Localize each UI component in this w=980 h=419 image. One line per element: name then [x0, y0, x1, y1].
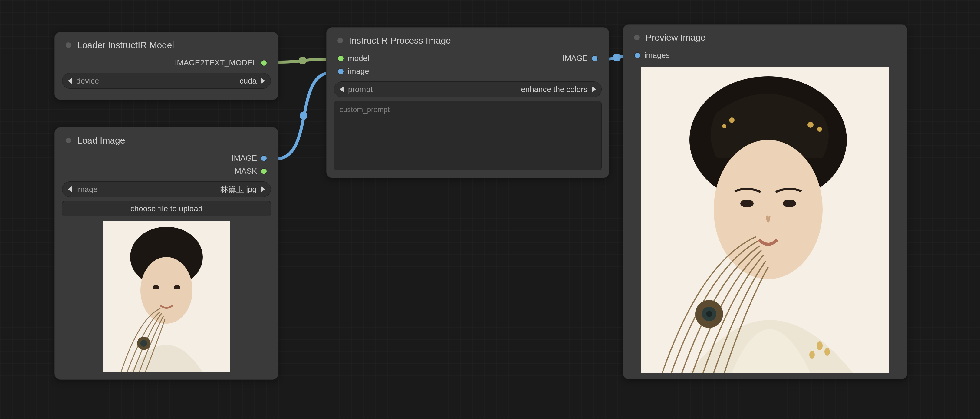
portrait-image-icon [641, 67, 889, 373]
node-title: Load Image [77, 135, 125, 146]
preview-output-image [623, 67, 907, 379]
svg-point-7 [174, 285, 180, 290]
svg-point-13 [740, 199, 754, 207]
node-instructir-process-image[interactable]: InstructIR Process Image model IMAGE ima… [326, 27, 609, 178]
node-title: Loader InstructIR Model [77, 40, 174, 50]
node-header[interactable]: Preview Image [623, 24, 907, 49]
svg-point-1 [300, 112, 307, 119]
svg-point-6 [153, 285, 159, 290]
node-load-image[interactable]: Load Image IMAGE MASK image 林黛玉.jp [54, 127, 278, 380]
collapse-toggle-icon[interactable] [634, 35, 640, 40]
upload-button[interactable]: choose file to upload [62, 201, 271, 217]
svg-point-14 [783, 199, 796, 207]
image-thumbnail [62, 221, 271, 372]
svg-point-5 [140, 257, 192, 323]
node-loader-instructir-model[interactable]: Loader InstructIR Model IMAGE2TEXT_MODEL… [54, 32, 278, 100]
svg-point-2 [613, 54, 621, 61]
custom-prompt-textarea[interactable]: custom_prompt [334, 101, 602, 170]
collapse-toggle-icon[interactable] [66, 138, 71, 143]
svg-point-20 [729, 118, 735, 123]
svg-point-23 [824, 348, 830, 356]
device-selector[interactable]: device cuda [62, 73, 271, 89]
output-slot-image[interactable]: IMAGE [562, 54, 597, 63]
output-slot-model[interactable]: IMAGE2TEXT_MODEL [175, 58, 267, 67]
port-icon[interactable] [338, 69, 344, 74]
node-graph-canvas[interactable]: Loader InstructIR Model IMAGE2TEXT_MODEL… [0, 0, 980, 419]
svg-point-21 [722, 124, 726, 128]
arrow-left-icon[interactable] [340, 86, 344, 92]
input-slot-images[interactable]: images [635, 51, 670, 60]
node-title: Preview Image [646, 32, 705, 43]
port-icon[interactable] [261, 156, 267, 161]
arrow-right-icon[interactable] [261, 78, 265, 84]
arrow-right-icon[interactable] [592, 86, 596, 92]
input-slot-image[interactable]: image [338, 67, 369, 76]
output-slot-mask[interactable]: MASK [235, 167, 267, 176]
svg-point-19 [817, 127, 822, 132]
prompt-selector[interactable]: prompt enhance the colors [334, 81, 602, 97]
svg-point-17 [706, 311, 712, 317]
arrow-right-icon[interactable] [261, 186, 265, 192]
collapse-toggle-icon[interactable] [337, 38, 343, 43]
svg-point-22 [816, 341, 822, 350]
svg-point-18 [808, 122, 813, 128]
arrow-left-icon[interactable] [68, 78, 72, 84]
node-header[interactable]: Loader InstructIR Model [55, 32, 278, 56]
node-header[interactable]: Load Image [55, 127, 278, 152]
input-slot-model[interactable]: model [338, 54, 369, 63]
port-icon[interactable] [261, 169, 267, 174]
svg-point-24 [809, 351, 815, 359]
node-header[interactable]: InstructIR Process Image [326, 27, 609, 52]
port-icon[interactable] [635, 53, 640, 58]
node-preview-image[interactable]: Preview Image images [623, 24, 907, 379]
arrow-left-icon[interactable] [68, 186, 72, 192]
collapse-toggle-icon[interactable] [66, 42, 71, 48]
node-title: InstructIR Process Image [349, 35, 451, 46]
svg-point-12 [714, 140, 822, 279]
port-icon[interactable] [338, 56, 344, 61]
output-slot-image[interactable]: IMAGE [232, 153, 267, 163]
svg-point-0 [299, 57, 307, 64]
image-selector[interactable]: image 林黛玉.jpg [62, 182, 271, 197]
portrait-image-icon [103, 221, 230, 372]
svg-point-9 [140, 340, 147, 347]
port-icon[interactable] [592, 56, 597, 61]
port-icon[interactable] [261, 60, 267, 66]
